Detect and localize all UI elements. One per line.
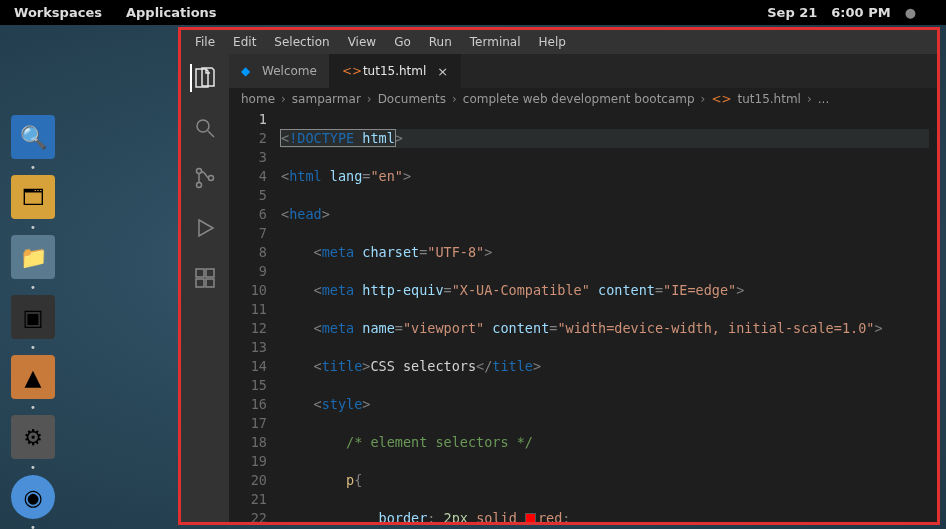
html-file-icon: <> [711,92,731,106]
svg-point-3 [197,183,202,188]
vscode-window: File Edit Selection View Go Run Terminal… [178,27,940,525]
breadcrumb-item[interactable]: Documents [378,92,446,106]
tabs: ◆ Welcome <> tut15.html × [229,54,937,88]
activity-search-icon[interactable] [191,114,219,142]
top-panel: Workspaces Applications Sep 21 6:00 PM ● [0,0,946,25]
activity-explorer-icon[interactable] [190,64,218,92]
activity-scm-icon[interactable] [191,164,219,192]
menubar: File Edit Selection View Go Run Terminal… [181,30,937,54]
chevron-right-icon: › [452,92,457,106]
breadcrumb-item[interactable]: complete web development bootcamp [463,92,695,106]
svg-point-0 [197,120,209,132]
html-file-icon: <> [342,64,356,78]
chevron-right-icon: › [807,92,812,106]
menu-terminal[interactable]: Terminal [462,33,529,51]
menu-edit[interactable]: Edit [225,33,264,51]
svg-rect-7 [206,279,214,287]
breadcrumbs[interactable]: home› samparmar› Documents› complete web… [229,88,937,110]
panel-time[interactable]: 6:00 PM [831,5,890,20]
panel-date[interactable]: Sep 21 [767,5,817,20]
menu-selection[interactable]: Selection [266,33,337,51]
code-editor[interactable]: 12345678910111213141516171819202122 <!DO… [229,110,937,522]
tab-welcome[interactable]: ◆ Welcome [229,54,330,88]
menu-run[interactable]: Run [421,33,460,51]
chevron-right-icon: › [701,92,706,106]
dock: 🔍 🗔 📁 ▣ ▲ ⚙ ◉ [0,115,66,519]
dock-app-2[interactable]: 🗔 [11,175,55,219]
activity-bar [181,54,229,522]
code-content[interactable]: <!DOCTYPE html> <html lang="en"> <head> … [281,110,937,522]
menu-go[interactable]: Go [386,33,419,51]
dock-browser[interactable]: ◉ [11,475,55,519]
activity-extensions-icon[interactable] [191,264,219,292]
line-gutter: 12345678910111213141516171819202122 [229,110,281,522]
svg-point-2 [197,169,202,174]
breadcrumb-item[interactable]: samparmar [292,92,361,106]
tab-label: tut15.html [363,64,426,78]
menu-help[interactable]: Help [531,33,574,51]
svg-rect-5 [196,269,204,277]
dock-app-5[interactable]: ▲ [11,355,55,399]
svg-point-4 [209,176,214,181]
tab-tut15[interactable]: <> tut15.html × [330,54,461,88]
activity-debug-icon[interactable] [191,214,219,242]
vscode-logo-icon: ◆ [241,64,255,78]
dock-app-1[interactable]: 🔍 [11,115,55,159]
chevron-right-icon: › [281,92,286,106]
menu-view[interactable]: View [340,33,384,51]
panel-workspaces[interactable]: Workspaces [14,5,102,20]
breadcrumb-item[interactable]: tut15.html [738,92,801,106]
chevron-right-icon: › [367,92,372,106]
close-icon[interactable]: × [437,64,448,79]
breadcrumb-item[interactable]: home [241,92,275,106]
svg-line-1 [208,131,214,137]
breadcrumb-item[interactable]: ... [818,92,829,106]
dock-files[interactable]: 📁 [11,235,55,279]
panel-indicator-dot: ● [905,5,916,20]
svg-rect-8 [206,269,214,277]
svg-rect-6 [196,279,204,287]
menu-file[interactable]: File [187,33,223,51]
tab-label: Welcome [262,64,317,78]
dock-settings[interactable]: ⚙ [11,415,55,459]
color-swatch-red [525,513,536,522]
panel-applications[interactable]: Applications [126,5,217,20]
editor-area: ◆ Welcome <> tut15.html × home› samparma… [229,54,937,522]
dock-terminal[interactable]: ▣ [11,295,55,339]
